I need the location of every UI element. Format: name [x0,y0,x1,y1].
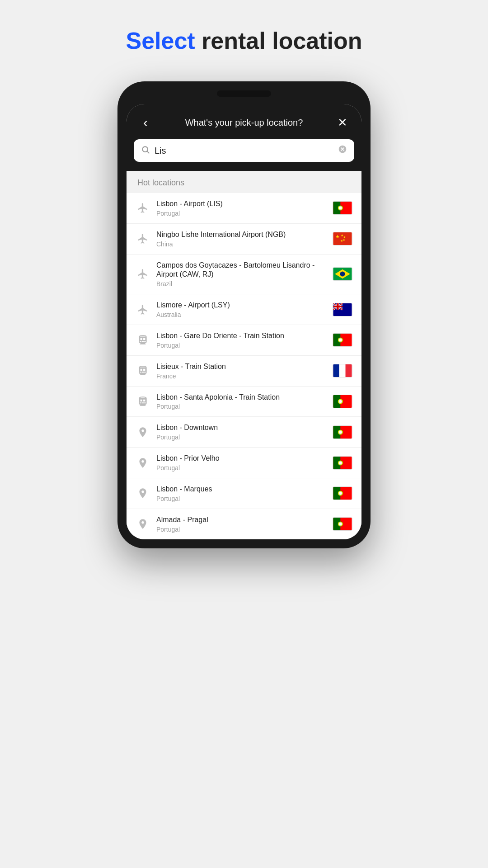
back-button[interactable]: ‹ [137,115,154,130]
search-clear-button[interactable] [338,145,347,156]
location-name: Lisbon - Prior Velho [156,454,326,463]
svg-text:★: ★ [340,239,343,242]
location-info: Almada - Pragal Portugal [156,515,326,533]
location-info: Lisbon - Gare Do Oriente - Train Station… [156,331,326,349]
list-item[interactable]: Lismore - Airport (LSY) Australia [127,294,361,325]
search-bar [134,139,354,162]
page-title: Select rental location [126,27,362,54]
train-icon [136,363,150,378]
list-item[interactable]: Lisieux - Train Station France [127,356,361,387]
svg-point-42 [339,430,342,434]
location-name: Lismore - Airport (LSY) [156,301,326,310]
svg-point-38 [339,400,342,403]
location-info: Campos dos Goytacazes - Bartolomeu Lisan… [156,261,326,288]
search-container [127,139,361,171]
location-name: Almada - Pragal [156,515,326,525]
search-input[interactable] [155,146,333,156]
country-flag [333,456,352,470]
svg-point-31 [339,339,342,342]
svg-rect-34 [333,364,339,377]
search-icon [141,145,150,156]
airport-icon [136,267,150,281]
location-country: China [156,241,326,248]
location-name: Lisbon - Airport (LIS) [156,199,326,209]
svg-point-54 [339,522,342,525]
phone-frame: ‹ What's your pick-up location? ✕ [117,81,371,548]
country-flag [333,267,352,281]
list-item[interactable]: Almada - Pragal Portugal [127,509,361,539]
location-info: Lisbon - Marques Portugal [156,485,326,502]
location-name: Lisbon - Santa Apolonia - Train Station [156,393,326,402]
location-name: Ningbo Lishe International Airport (NGB) [156,230,326,240]
svg-rect-27 [333,306,343,307]
list-item[interactable]: Lisbon - Airport (LIS) Portugal [127,193,361,224]
train-icon [136,333,150,347]
location-country: Portugal [156,495,326,502]
svg-point-0 [142,146,148,152]
location-country: Portugal [156,464,326,472]
svg-point-50 [339,492,342,495]
location-country: Portugal [156,342,326,349]
close-button[interactable]: ✕ [334,116,351,130]
location-country: Portugal [156,434,326,441]
svg-point-46 [339,461,342,464]
location-country: Portugal [156,403,326,410]
pin-icon [136,517,150,531]
location-info: Lisbon - Airport (LIS) Portugal [156,199,326,217]
location-country: France [156,373,326,380]
list-item[interactable]: Lisbon - Gare Do Oriente - Train Station… [127,325,361,356]
list-item[interactable]: Lisbon - Prior Velho Portugal [127,448,361,478]
phone-notch [217,90,271,97]
country-flag [333,364,352,377]
location-country: Brazil [156,280,326,288]
airport-icon [136,231,150,246]
location-list: Hot locations Lisbon - Airport (LIS) Por… [127,171,361,539]
location-name: Lisbon - Marques [156,485,326,494]
pin-icon [136,425,150,439]
pin-icon [136,456,150,470]
location-country: Portugal [156,526,326,533]
phone-screen: ‹ What's your pick-up location? ✕ [127,104,361,539]
location-info: Lisieux - Train Station France [156,362,326,380]
country-flag [333,395,352,408]
train-icon [136,394,150,409]
location-country: Australia [156,311,326,318]
location-info: Ningbo Lishe International Airport (NGB)… [156,230,326,248]
country-flag [333,333,352,347]
list-item[interactable]: Lisbon - Downtown Portugal [127,417,361,448]
svg-point-17 [340,272,345,277]
location-name: Lisbon - Downtown [156,423,326,433]
country-flag [333,425,352,439]
location-name: Lisieux - Train Station [156,362,326,372]
location-name: Campos dos Goytacazes - Bartolomeu Lisan… [156,261,326,280]
section-header: Hot locations [127,171,361,193]
location-info: Lisbon - Downtown Portugal [156,423,326,441]
list-item[interactable]: Campos dos Goytacazes - Bartolomeu Lisan… [127,255,361,295]
country-flag [333,201,352,215]
location-info: Lisbon - Prior Velho Portugal [156,454,326,472]
location-country: Portugal [156,210,326,217]
location-name: Lisbon - Gare Do Oriente - Train Station [156,331,326,341]
svg-text:★: ★ [335,234,340,239]
svg-point-8 [339,207,342,210]
country-flag [333,303,352,316]
list-item[interactable]: Ningbo Lishe International Airport (NGB)… [127,224,361,255]
location-info: Lismore - Airport (LSY) Australia [156,301,326,318]
airport-icon [136,201,150,215]
list-item[interactable]: Lisbon - Marques Portugal [127,478,361,509]
country-flag [333,517,352,531]
pin-icon [136,486,150,500]
app-header: ‹ What's your pick-up location? ✕ [127,104,361,139]
country-flag: ★ ★ ★ ★ ★ [333,232,352,245]
svg-line-1 [147,151,150,153]
location-info: Lisbon - Santa Apolonia - Train Station … [156,393,326,410]
airport-icon [136,302,150,317]
list-item[interactable]: Lisbon - Santa Apolonia - Train Station … [127,387,361,417]
header-title: What's your pick-up location? [154,118,334,128]
country-flag [333,486,352,500]
